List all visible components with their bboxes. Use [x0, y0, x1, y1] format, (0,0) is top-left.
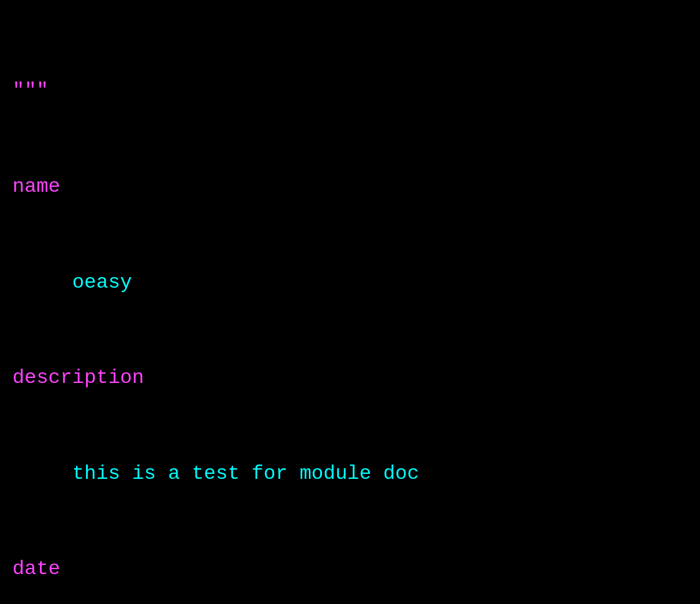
key-description: description	[12, 366, 144, 389]
key-date: date	[12, 557, 60, 580]
val-oeasy: oeasy	[12, 271, 132, 294]
triple-quote-open: """	[12, 79, 49, 102]
line-1: """	[12, 75, 688, 106]
code-editor: """ name oeasy description this is a tes…	[12, 11, 688, 604]
line-4: description	[12, 362, 688, 394]
val-description: this is a test for module doc	[12, 462, 419, 485]
key-name: name	[12, 175, 60, 198]
line-6: date	[12, 553, 688, 585]
line-3: oeasy	[12, 267, 688, 298]
line-5: this is a test for module doc	[12, 458, 688, 489]
line-2: name	[12, 171, 688, 202]
